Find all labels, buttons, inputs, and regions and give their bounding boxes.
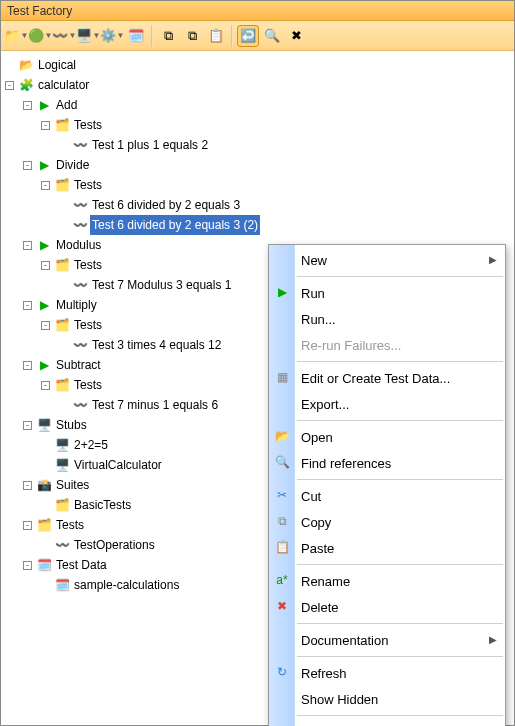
menu-item-icon: ✖ <box>274 599 290 615</box>
operation-icon: ▶ <box>36 235 52 255</box>
copy-icon[interactable]: ⧉ <box>157 25 179 47</box>
search-icon[interactable]: 🔍 <box>261 25 283 47</box>
tree-test-item[interactable]: 〰️Test 6 divided by 2 equals 3 (2) <box>1 215 514 235</box>
data-icon: 🗓️ <box>36 555 52 575</box>
paste-icon[interactable]: 📋 <box>205 25 227 47</box>
tree-tests-folder[interactable]: -🗂️Tests <box>1 115 514 135</box>
menu-item-show-hidden[interactable]: Show Hidden <box>269 686 505 712</box>
menu-item-label: Run... <box>301 312 336 327</box>
tree-label: Subtract <box>54 355 103 375</box>
menu-item-new[interactable]: New▶ <box>269 247 505 273</box>
tests-folder-icon: 🗂️ <box>54 115 70 135</box>
menu-item-label: New <box>301 253 327 268</box>
menu-item-refresh[interactable]: ↻Refresh <box>269 660 505 686</box>
operation-icon: ▶ <box>36 95 52 115</box>
tree-op-add[interactable]: -▶Add <box>1 95 514 115</box>
menu-item-label: Run <box>301 286 325 301</box>
tree-toggle[interactable]: - <box>23 481 32 490</box>
tree-label: Test 7 Modulus 3 equals 1 <box>90 275 233 295</box>
menu-item-icon: 📂 <box>274 429 290 445</box>
tree-label: Modulus <box>54 235 103 255</box>
menu-item-copy[interactable]: ⧉Copy <box>269 509 505 535</box>
menu-item-label: Open <box>301 430 333 445</box>
tree-label: Test 6 divided by 2 equals 3 <box>90 195 242 215</box>
menu-item-open[interactable]: 📂Open <box>269 424 505 450</box>
menu-item-cut[interactable]: ✂Cut <box>269 483 505 509</box>
submenu-arrow-icon: ▶ <box>489 634 497 645</box>
tests-folder-icon: 🗂️ <box>54 175 70 195</box>
wave-icon[interactable]: 〰️▼ <box>53 25 75 47</box>
folder-icon[interactable]: 📁▼ <box>5 25 27 47</box>
tree-toggle[interactable]: - <box>23 421 32 430</box>
stub-icon: 🖥️ <box>54 455 70 475</box>
calc-icon[interactable]: 🗓️ <box>125 25 147 47</box>
menu-item-run[interactable]: Run... <box>269 306 505 332</box>
tree-toggle[interactable]: - <box>41 261 50 270</box>
tree-op-divide[interactable]: -▶Divide <box>1 155 514 175</box>
tree-toggle[interactable]: - <box>5 81 14 90</box>
tree-toggle[interactable]: - <box>23 521 32 530</box>
tests-folder-icon: 🗂️ <box>36 515 52 535</box>
suite-icon: 📸 <box>36 475 52 495</box>
tree-toggle[interactable]: - <box>41 381 50 390</box>
tree-toggle[interactable]: - <box>23 561 32 570</box>
tree-root[interactable]: 📂Logical <box>1 55 514 75</box>
menu-item-undo-changes[interactable]: ↶Undo changes... <box>269 719 505 726</box>
test-icon: 〰️ <box>72 135 88 155</box>
tree-toggle[interactable]: - <box>23 161 32 170</box>
menu-item-paste[interactable]: 📋Paste <box>269 535 505 561</box>
delete-icon[interactable]: ✖ <box>285 25 307 47</box>
submenu-arrow-icon: ▶ <box>489 254 497 265</box>
gear-icon[interactable]: ⚙️▼ <box>101 25 123 47</box>
tree-project[interactable]: -🧩calculator <box>1 75 514 95</box>
menu-item-delete[interactable]: ✖Delete <box>269 594 505 620</box>
new-icon[interactable]: 🟢▼ <box>29 25 51 47</box>
menu-item-label: Find references <box>301 456 391 471</box>
tree-label: Tests <box>72 115 104 135</box>
tree-label: calculator <box>36 75 91 95</box>
tests-folder-icon: 🗂️ <box>54 315 70 335</box>
menu-item-label: Cut <box>301 489 321 504</box>
tree-label: TestOperations <box>72 535 157 555</box>
menu-item-label: Re-run Failures... <box>301 338 401 353</box>
tree-toggle[interactable]: - <box>23 101 32 110</box>
tree-label: Tests <box>72 255 104 275</box>
deliver-icon[interactable]: ↩️ <box>237 25 259 47</box>
tree-toggle[interactable]: - <box>23 241 32 250</box>
tree-label: Suites <box>54 475 91 495</box>
menu-item-icon: 📋 <box>274 540 290 556</box>
tree-label: Tests <box>72 375 104 395</box>
menu-item-label: Export... <box>301 397 349 412</box>
clone-icon[interactable]: ⧉ <box>181 25 203 47</box>
operation-icon: ▶ <box>36 295 52 315</box>
tree-tests-folder[interactable]: -🗂️Tests <box>1 175 514 195</box>
tree-toggle[interactable]: - <box>23 301 32 310</box>
menu-item-edit-or-create-test-data[interactable]: ▦Edit or Create Test Data... <box>269 365 505 391</box>
menu-item-rename[interactable]: a*Rename <box>269 568 505 594</box>
toolbar-separator <box>231 25 233 47</box>
tree-toggle[interactable]: - <box>41 181 50 190</box>
menu-item-icon: ▶ <box>274 285 290 301</box>
tree-toggle[interactable]: - <box>23 361 32 370</box>
tree-label: Add <box>54 95 79 115</box>
toolbar-separator <box>151 25 153 47</box>
menu-item-run[interactable]: ▶Run <box>269 280 505 306</box>
tree-toggle[interactable]: - <box>41 321 50 330</box>
menu-item-documentation[interactable]: Documentation▶ <box>269 627 505 653</box>
context-menu-separator <box>297 276 503 277</box>
component-icon: 🧩 <box>18 75 34 95</box>
menu-item-export[interactable]: Export... <box>269 391 505 417</box>
test-icon: 〰️ <box>72 275 88 295</box>
tree-test-item[interactable]: 〰️Test 6 divided by 2 equals 3 <box>1 195 514 215</box>
tree-toggle[interactable]: - <box>41 121 50 130</box>
context-menu-separator <box>297 623 503 624</box>
tree-label: Stubs <box>54 415 89 435</box>
test-icon: 〰️ <box>72 215 88 235</box>
menu-item-find-references[interactable]: 🔍Find references <box>269 450 505 476</box>
context-menu[interactable]: New▶▶RunRun...Re-run Failures...▦Edit or… <box>268 244 506 726</box>
menu-item-label: Rename <box>301 574 350 589</box>
tree-label: Logical <box>36 55 78 75</box>
tests-folder-icon: 🗂️ <box>54 255 70 275</box>
tree-test-item[interactable]: 〰️Test 1 plus 1 equals 2 <box>1 135 514 155</box>
monitor-icon[interactable]: 🖥️▼ <box>77 25 99 47</box>
